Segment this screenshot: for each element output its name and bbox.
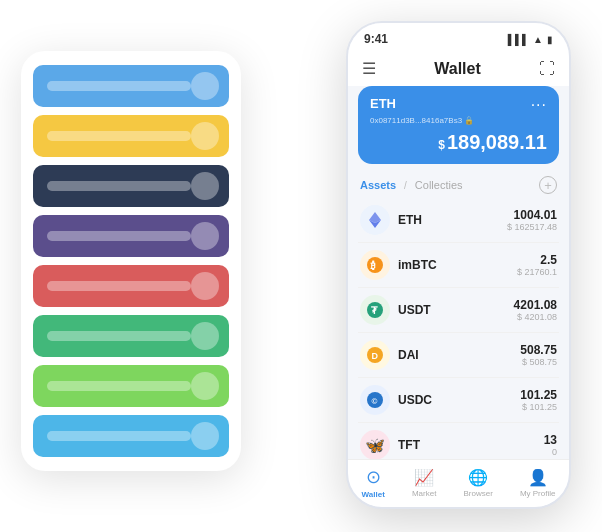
card-row-label-6 [47,331,191,341]
asset-amount-imbtc: 2.5 [517,253,557,267]
tab-assets[interactable]: Assets [360,179,396,191]
card-panel [21,51,241,471]
asset-values-tft: 13 0 [544,433,557,457]
status-bar: 9:41 ▌▌▌ ▲ ▮ [348,23,569,55]
dai-icon: D [360,340,390,370]
card-row-label-3 [47,181,191,191]
card-row-icon-1 [191,72,219,100]
asset-usd-tft: 0 [544,447,557,457]
eth-options-icon[interactable]: ··· [531,96,547,114]
asset-values-usdc: 101.25 $ 101.25 [520,388,557,412]
card-row-6[interactable] [33,315,229,357]
card-row-icon-7 [191,372,219,400]
asset-list: ETH 1004.01 $ 162517.48 ₿ imBTC 2.5 $ 21… [348,198,569,468]
tab-separator: / [404,180,407,191]
status-icons: ▌▌▌ ▲ ▮ [508,34,553,45]
card-row-icon-4 [191,222,219,250]
asset-usd-eth: $ 162517.48 [507,222,557,232]
card-row-label-5 [47,281,191,291]
asset-item-imbtc[interactable]: ₿ imBTC 2.5 $ 21760.1 [358,243,559,288]
tft-icon: 🦋 [360,430,390,460]
card-row-icon-8 [191,422,219,450]
asset-values-eth: 1004.01 $ 162517.48 [507,208,557,232]
asset-values-usdt: 4201.08 $ 4201.08 [514,298,557,322]
asset-name-usdt: USDT [398,303,514,317]
profile-nav-label: My Profile [520,489,556,498]
asset-item-eth[interactable]: ETH 1004.01 $ 162517.48 [358,198,559,243]
eth-card[interactable]: ETH ··· 0x08711d3B...8416a7Bs3 🔒 $189,08… [358,86,559,164]
card-row-icon-6 [191,322,219,350]
status-time: 9:41 [364,32,388,46]
asset-amount-tft: 13 [544,433,557,447]
assets-tabs: Assets / Collecties [360,179,463,191]
card-row-5[interactable] [33,265,229,307]
menu-icon[interactable]: ☰ [362,59,376,78]
card-row-icon-2 [191,122,219,150]
nav-wallet[interactable]: ⊙ Wallet [362,466,385,499]
asset-amount-usdc: 101.25 [520,388,557,402]
signal-icon: ▌▌▌ [508,34,529,45]
wallet-nav-label: Wallet [362,490,385,499]
phone-frame: 9:41 ▌▌▌ ▲ ▮ ☰ Wallet ⛶ ETH ··· 0x08711d… [346,21,571,509]
nav-market[interactable]: 📈 Market [412,468,436,498]
tab-collecties[interactable]: Collecties [415,179,463,191]
market-nav-label: Market [412,489,436,498]
eth-icon [360,205,390,235]
browser-nav-label: Browser [463,489,492,498]
market-nav-icon: 📈 [414,468,434,487]
nav-profile[interactable]: 👤 My Profile [520,468,556,498]
wallet-nav-icon: ⊙ [366,466,381,488]
asset-usd-imbtc: $ 21760.1 [517,267,557,277]
usdc-icon: © [360,385,390,415]
asset-amount-usdt: 4201.08 [514,298,557,312]
card-row-4[interactable] [33,215,229,257]
card-row-2[interactable] [33,115,229,157]
card-row-label-8 [47,431,191,441]
card-row-8[interactable] [33,415,229,457]
asset-values-imbtc: 2.5 $ 21760.1 [517,253,557,277]
asset-usd-dai: $ 508.75 [520,357,557,367]
eth-card-top: ETH ··· [370,96,547,114]
scene: 9:41 ▌▌▌ ▲ ▮ ☰ Wallet ⛶ ETH ··· 0x08711d… [21,21,581,511]
svg-text:₮: ₮ [371,305,378,316]
svg-text:D: D [372,351,379,361]
battery-icon: ▮ [547,34,553,45]
asset-name-tft: TFT [398,438,544,452]
asset-values-dai: 508.75 $ 508.75 [520,343,557,367]
asset-usd-usdc: $ 101.25 [520,402,557,412]
phone-header: ☰ Wallet ⛶ [348,55,569,86]
asset-item-usdt[interactable]: ₮ USDT 4201.08 $ 4201.08 [358,288,559,333]
browser-nav-icon: 🌐 [468,468,488,487]
header-title: Wallet [434,60,481,78]
wifi-icon: ▲ [533,34,543,45]
asset-amount-eth: 1004.01 [507,208,557,222]
usdt-icon: ₮ [360,295,390,325]
nav-browser[interactable]: 🌐 Browser [463,468,492,498]
card-row-label-2 [47,131,191,141]
card-row-label-4 [47,231,191,241]
card-row-3[interactable] [33,165,229,207]
eth-balance: $189,089.11 [370,131,547,154]
bottom-nav: ⊙ Wallet 📈 Market 🌐 Browser 👤 My Profile [348,459,569,507]
eth-ticker: ETH [370,96,396,111]
card-row-7[interactable] [33,365,229,407]
eth-address: 0x08711d3B...8416a7Bs3 🔒 [370,116,547,125]
profile-nav-icon: 👤 [528,468,548,487]
card-row-1[interactable] [33,65,229,107]
scan-icon[interactable]: ⛶ [539,60,555,78]
asset-name-eth: ETH [398,213,507,227]
asset-usd-usdt: $ 4201.08 [514,312,557,322]
lock-icon: 🔒 [464,116,474,125]
card-row-label-1 [47,81,191,91]
card-row-label-7 [47,381,191,391]
asset-amount-dai: 508.75 [520,343,557,357]
svg-text:₿: ₿ [370,260,376,271]
card-row-icon-5 [191,272,219,300]
asset-item-usdc[interactable]: © USDC 101.25 $ 101.25 [358,378,559,423]
asset-name-dai: DAI [398,348,520,362]
imbtc-icon: ₿ [360,250,390,280]
add-asset-button[interactable]: + [539,176,557,194]
svg-text:©: © [372,397,378,406]
asset-item-dai[interactable]: D DAI 508.75 $ 508.75 [358,333,559,378]
asset-name-usdc: USDC [398,393,520,407]
